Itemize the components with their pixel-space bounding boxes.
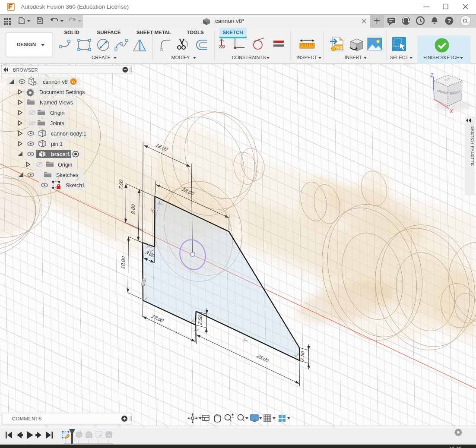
svg-text:INSPECT: INSPECT <box>296 55 317 60</box>
svg-text:CONSTRAINTS: CONSTRAINTS <box>232 55 266 60</box>
svg-text:Origin: Origin <box>50 110 64 116</box>
svg-text:X: X <box>449 108 454 114</box>
svg-text:SELECT: SELECT <box>390 55 409 60</box>
svg-text:TOOLS: TOOLS <box>187 30 204 35</box>
svg-text:cannon body:1: cannon body:1 <box>51 131 86 137</box>
svg-text:SOLID: SOLID <box>64 30 79 35</box>
svg-text:10.00: 10.00 <box>120 256 126 270</box>
svg-text:Sketches: Sketches <box>56 172 78 178</box>
svg-text:FINISH SKETCH: FINISH SKETCH <box>423 55 460 60</box>
svg-text:Named Views: Named Views <box>40 100 73 106</box>
svg-text:CREATE: CREATE <box>92 55 111 60</box>
svg-text:DESIGN: DESIGN <box>17 42 36 47</box>
svg-text:cannon v8: cannon v8 <box>43 79 68 85</box>
svg-text:CL: CL <box>463 18 469 23</box>
svg-text:cannon v8*: cannon v8* <box>215 18 244 24</box>
svg-text:COMMENTS: COMMENTS <box>12 416 42 421</box>
svg-text:SKETCH: SKETCH <box>222 30 243 35</box>
svg-text:Document Settings: Document Settings <box>39 89 85 95</box>
svg-text:2.50: 2.50 <box>197 314 203 326</box>
svg-text:brace:1: brace:1 <box>51 151 70 158</box>
svg-text:MODIFY: MODIFY <box>171 55 190 60</box>
svg-text:SHEET METAL: SHEET METAL <box>136 30 171 35</box>
svg-text:C: C <box>72 79 75 84</box>
svg-text:Joints: Joints <box>50 120 64 126</box>
svg-text:2.50: 2.50 <box>299 350 305 362</box>
svg-text:SURFACE: SURFACE <box>97 30 121 35</box>
svg-text:Origin: Origin <box>58 162 72 168</box>
svg-text:BROWSER: BROWSER <box>13 67 38 73</box>
svg-text:pin:1: pin:1 <box>51 141 63 147</box>
svg-text:SKETCH PALETTE: SKETCH PALETTE <box>470 126 475 166</box>
svg-text:Z: Z <box>430 73 434 79</box>
svg-text:?: ? <box>447 18 451 24</box>
svg-text:Sketch1: Sketch1 <box>66 183 85 189</box>
svg-text:9.00: 9.00 <box>130 203 136 215</box>
svg-text:INSERT: INSERT <box>345 55 362 60</box>
